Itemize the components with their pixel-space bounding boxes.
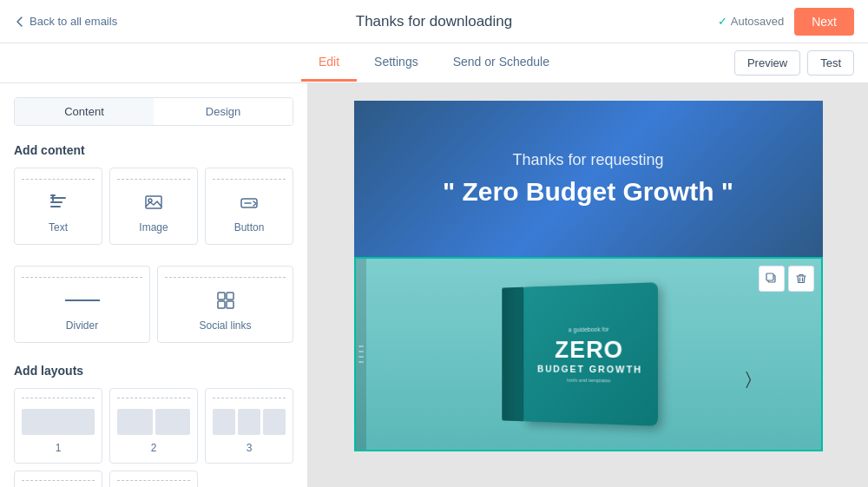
top-bar-right: ✓ Autosaved Next — [718, 8, 854, 36]
book-subtitle: a guidebook for — [568, 326, 608, 332]
svg-rect-15 — [766, 273, 773, 280]
svg-rect-5 — [146, 196, 161, 208]
layout-col — [22, 409, 95, 435]
text-icon — [48, 190, 69, 214]
content-item-social-links[interactable]: Social links — [157, 266, 293, 343]
email-header-title: " Zero Budget Growth " — [443, 176, 733, 207]
back-label: Back to all emails — [30, 15, 117, 28]
svg-rect-12 — [218, 301, 225, 308]
duplicate-button[interactable] — [759, 266, 785, 292]
layout-item-5[interactable] — [109, 471, 198, 487]
layout-col — [117, 409, 153, 435]
email-container: Thanks for requesting " Zero Budget Grow… — [354, 101, 823, 451]
book-title-budget: BUDGET GROWTH — [536, 363, 641, 374]
delete-button[interactable] — [788, 266, 814, 292]
image-toolbar — [759, 266, 814, 292]
content-items-row1: Text Image — [14, 168, 293, 245]
page-title: Thanks for downloading — [356, 13, 513, 30]
panel-tabs: Content Design — [14, 97, 293, 126]
sub-nav-right: Preview Test — [734, 50, 854, 76]
test-button[interactable]: Test — [807, 50, 854, 76]
autosaved-status: ✓ Autosaved — [718, 15, 784, 28]
sub-nav-tabs: Edit Settings Send or Schedule — [301, 44, 567, 82]
svg-rect-10 — [218, 293, 225, 299]
text-label: Text — [49, 221, 68, 234]
add-layouts-title: Add layouts — [14, 364, 293, 378]
layout-preview-1 — [22, 409, 95, 435]
cursor-icon: 〉 — [746, 369, 752, 389]
button-icon — [239, 190, 260, 214]
button-label: Button — [234, 221, 265, 234]
tab-send-or-schedule[interactable]: Send or Schedule — [436, 44, 567, 82]
layout-col — [263, 409, 286, 435]
tab-edit[interactable]: Edit — [301, 44, 357, 82]
back-link[interactable]: Back to all emails — [14, 15, 117, 28]
svg-rect-13 — [227, 301, 233, 308]
book-image-area: a guidebook for ZERO BUDGET GROWTH tools… — [356, 259, 821, 450]
book-cover: a guidebook for ZERO BUDGET GROWTH tools… — [523, 282, 658, 426]
layout-preview-3 — [213, 409, 286, 435]
top-bar: Back to all emails Thanks for downloadin… — [0, 0, 868, 43]
layouts-grid-row2 — [14, 471, 293, 487]
email-header-subtitle: Thanks for requesting — [512, 151, 663, 169]
layouts-grid: 1 2 3 — [14, 388, 293, 464]
tab-settings[interactable]: Settings — [357, 44, 436, 82]
social-links-label: Social links — [199, 319, 251, 332]
layout-col — [213, 409, 235, 435]
layout-item-4[interactable] — [14, 471, 102, 487]
content-items-row2: Divider Social links — [14, 266, 293, 343]
image-icon — [143, 190, 164, 214]
layout-label-3: 3 — [247, 442, 253, 454]
tab-design[interactable]: Design — [154, 98, 293, 125]
left-strip — [356, 259, 366, 450]
left-panel: Content Design Add content Text — [0, 83, 308, 487]
back-arrow-icon — [14, 16, 26, 28]
preview-button[interactable]: Preview — [734, 50, 800, 76]
book-footer: tools and templates — [567, 377, 610, 383]
content-item-text[interactable]: Text — [14, 168, 102, 245]
sub-nav: Edit Settings Send or Schedule Preview T… — [0, 43, 868, 83]
main-layout: Content Design Add content Text — [0, 83, 868, 487]
layout-preview-2 — [117, 409, 190, 435]
add-content-title: Add content — [14, 143, 293, 157]
content-item-button[interactable]: Button — [205, 168, 293, 245]
divider-label: Divider — [66, 319, 98, 332]
next-button[interactable]: Next — [794, 8, 854, 36]
right-canvas: Thanks for requesting " Zero Budget Grow… — [308, 83, 868, 487]
layout-col — [155, 409, 191, 435]
layout-label-1: 1 — [56, 442, 62, 454]
check-icon: ✓ — [718, 15, 727, 28]
svg-rect-11 — [227, 293, 233, 299]
layout-item-3[interactable]: 3 — [205, 388, 293, 464]
image-label: Image — [139, 221, 168, 234]
book-illustration: a guidebook for ZERO BUDGET GROWTH tools… — [500, 273, 685, 437]
email-image-section[interactable]: a guidebook for ZERO BUDGET GROWTH tools… — [354, 257, 823, 451]
divider-icon — [65, 288, 100, 313]
email-header: Thanks for requesting " Zero Budget Grow… — [354, 101, 823, 257]
book-spine — [502, 287, 523, 422]
book-title-zero: ZERO — [555, 335, 623, 364]
layout-item-2[interactable]: 2 — [109, 388, 198, 464]
content-item-divider[interactable]: Divider — [14, 266, 150, 343]
layout-col — [238, 409, 260, 435]
tab-content[interactable]: Content — [15, 98, 154, 125]
social-links-icon — [215, 288, 236, 313]
content-item-image[interactable]: Image — [109, 168, 198, 245]
layout-label-2: 2 — [151, 442, 157, 454]
layout-item-1[interactable]: 1 — [14, 388, 102, 464]
